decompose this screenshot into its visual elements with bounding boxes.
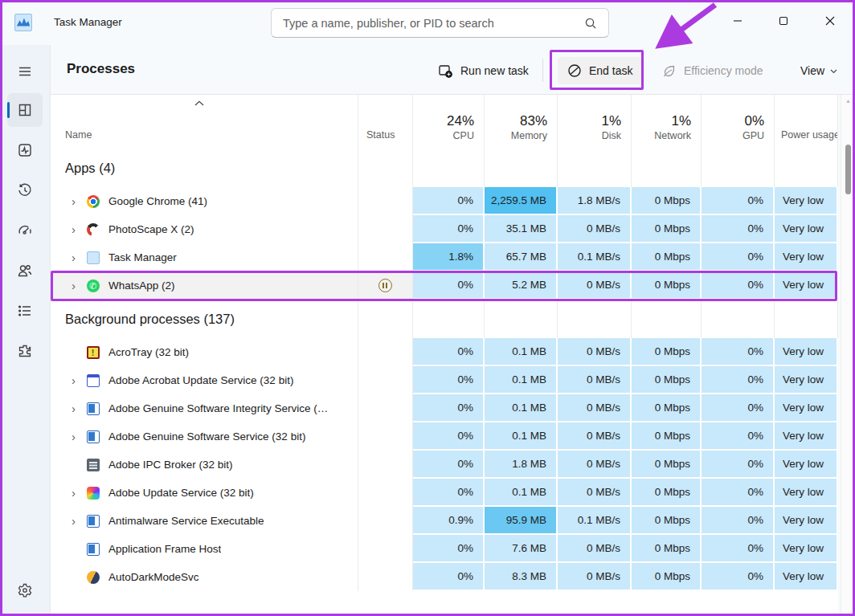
column-header-status[interactable]: Status bbox=[358, 95, 413, 149]
memory-cell: 65.7 MB bbox=[485, 243, 558, 271]
sidebar-item-services[interactable] bbox=[7, 334, 43, 368]
memory-cell: 95.9 MB bbox=[485, 507, 558, 535]
minimize-button[interactable] bbox=[719, 5, 756, 37]
hamburger-icon bbox=[17, 63, 33, 80]
network-cell: 0 Mbps bbox=[632, 271, 702, 300]
maximize-icon bbox=[779, 16, 788, 26]
table-header-row: NameStatus24%CPU83%Memory1%Disk1%Network… bbox=[51, 95, 838, 149]
column-header-memory[interactable]: 83%Memory bbox=[485, 95, 558, 149]
sidebar-item-users[interactable] bbox=[7, 254, 43, 288]
total-memory: 83% bbox=[520, 113, 547, 129]
view-dropdown[interactable]: View bbox=[791, 57, 848, 84]
process-name: Adobe Update Service (32 bit) bbox=[108, 487, 254, 499]
process-row[interactable]: Adobe IPC Broker (32 bit)0%1.8 MB0 MB/s0… bbox=[51, 451, 838, 479]
end-task-button[interactable]: End task bbox=[558, 57, 642, 84]
column-header-gpu[interactable]: 0%GPU bbox=[702, 95, 775, 149]
cpu-cell: 0% bbox=[413, 479, 485, 507]
sidebar-item-settings[interactable] bbox=[7, 573, 43, 607]
expand-chevron-icon[interactable]: › bbox=[72, 402, 86, 414]
process-name: PhotoScape X (2) bbox=[108, 223, 194, 235]
sidebar-item-details[interactable] bbox=[7, 294, 43, 328]
memory-cell: 0.1 MB bbox=[485, 479, 558, 507]
column-header-network[interactable]: 1%Network bbox=[632, 95, 702, 149]
expand-chevron-icon[interactable]: › bbox=[72, 195, 86, 207]
gpu-cell: 0% bbox=[702, 451, 775, 479]
window-title: Task Manager bbox=[54, 16, 122, 28]
startup-apps-icon bbox=[17, 222, 33, 239]
close-icon bbox=[825, 16, 835, 26]
expand-chevron-icon[interactable]: › bbox=[72, 487, 86, 499]
power-cell: Very low bbox=[775, 243, 838, 271]
run-new-task-button[interactable]: Run new task bbox=[428, 57, 538, 84]
process-row[interactable]: ›Adobe Genuine Software Integrity Servic… bbox=[51, 394, 838, 422]
process-name: Adobe IPC Broker (32 bit) bbox=[108, 459, 233, 471]
process-row[interactable]: ›WhatsApp (2)0%5.2 MB0 MB/s0 Mbps0%Very … bbox=[51, 271, 838, 300]
status-cell bbox=[358, 507, 413, 535]
expand-chevron-icon[interactable]: › bbox=[72, 374, 86, 386]
efficiency-mode-button[interactable]: Efficiency mode bbox=[652, 57, 773, 84]
search-box[interactable] bbox=[271, 8, 609, 38]
column-header-power[interactable]: Power usage bbox=[775, 95, 838, 149]
hamburger-menu-button[interactable] bbox=[7, 55, 43, 88]
process-icon-taskmgr bbox=[86, 251, 100, 264]
process-icon-whatsapp bbox=[86, 279, 100, 292]
process-row[interactable]: ›Adobe Acrobat Update Service (32 bit)0%… bbox=[51, 366, 838, 394]
process-row[interactable]: ›Antimalware Service Executable0.9%95.9 … bbox=[51, 507, 838, 535]
cpu-cell: 0% bbox=[413, 535, 485, 563]
status-cell bbox=[358, 187, 413, 215]
disk-cell: 0 MB/s bbox=[558, 535, 632, 563]
process-table: NameStatus24%CPU83%Memory1%Disk1%Network… bbox=[51, 95, 838, 616]
memory-cell: 7.6 MB bbox=[485, 535, 558, 563]
process-row[interactable]: Application Frame Host0%7.6 MB0 MB/s0 Mb… bbox=[51, 535, 838, 563]
toolbar: Processes Run new task End task Efficien… bbox=[51, 45, 855, 95]
efficiency-mode-label: Efficiency mode bbox=[684, 64, 763, 77]
expand-chevron-icon[interactable]: › bbox=[72, 279, 86, 292]
expand-chevron-icon[interactable]: › bbox=[72, 430, 86, 443]
sidebar-item-performance[interactable] bbox=[7, 133, 43, 167]
process-row[interactable]: ›Adobe Update Service (32 bit)0%0.1 MB0 … bbox=[51, 479, 838, 507]
disk-cell: 0.1 MB/s bbox=[558, 507, 632, 535]
memory-cell: 5.2 MB bbox=[485, 271, 558, 300]
process-name: Application Frame Host bbox=[108, 543, 221, 555]
total-disk: 1% bbox=[601, 113, 621, 129]
process-row[interactable]: AcroTray (32 bit)0%0.1 MB0 MB/s0 Mbps0%V… bbox=[51, 338, 838, 366]
processes-icon bbox=[17, 102, 33, 118]
process-row[interactable]: ›Task Manager1.8%65.7 MB0.1 MB/s0 Mbps0%… bbox=[51, 243, 838, 271]
process-row[interactable]: AutoDarkModeSvc0%8.3 MB0 MB/s0 Mbps0%Ver… bbox=[51, 563, 838, 591]
main-panel: Processes Run new task End task Efficien… bbox=[50, 45, 855, 616]
total-cpu: 24% bbox=[447, 113, 474, 129]
process-icon-acrotray bbox=[86, 345, 100, 359]
sidebar-item-startup-apps[interactable] bbox=[7, 214, 43, 247]
process-table-body: Apps (4)›Google Chrome (41)0%2,259.5 MB1… bbox=[51, 149, 838, 591]
status-cell bbox=[358, 563, 413, 591]
column-header-name[interactable]: Name bbox=[51, 95, 358, 149]
section-title: Background processes (137) bbox=[51, 300, 358, 338]
power-cell: Very low bbox=[775, 366, 838, 394]
expand-chevron-icon[interactable]: › bbox=[72, 223, 86, 235]
page-title: Processes bbox=[67, 61, 135, 77]
cpu-cell: 0% bbox=[413, 451, 485, 479]
sidebar-item-app-history[interactable] bbox=[7, 173, 43, 207]
process-row[interactable]: ›Google Chrome (41)0%2,259.5 MB1.8 MB/s0… bbox=[51, 187, 838, 215]
expand-chevron-icon[interactable]: › bbox=[72, 515, 86, 527]
process-name: Google Chrome (41) bbox=[108, 195, 207, 207]
expand-chevron-icon[interactable]: › bbox=[72, 251, 86, 263]
column-header-cpu[interactable]: 24%CPU bbox=[413, 95, 485, 149]
sidebar-item-processes[interactable] bbox=[7, 93, 43, 127]
gpu-cell: 0% bbox=[702, 271, 775, 300]
power-cell: Very low bbox=[775, 451, 838, 479]
process-row[interactable]: ›Adobe Genuine Software Service (32 bit)… bbox=[51, 422, 838, 451]
close-button[interactable] bbox=[812, 5, 849, 37]
search-icon bbox=[584, 17, 597, 30]
search-input[interactable] bbox=[283, 17, 584, 30]
column-header-disk[interactable]: 1%Disk bbox=[558, 95, 632, 149]
sort-ascending-icon bbox=[194, 100, 205, 107]
process-row[interactable]: ›PhotoScape X (2)0%35.1 MB0 MB/s0 Mbps0%… bbox=[51, 215, 838, 243]
process-icon-photoscape bbox=[86, 222, 100, 236]
vertical-scrollbar[interactable]: ▲ bbox=[841, 95, 855, 616]
power-cell: Very low bbox=[775, 535, 838, 563]
maximize-button[interactable] bbox=[765, 5, 802, 37]
process-name: AutoDarkModeSvc bbox=[108, 571, 199, 583]
vertical-scrollbar-thumb[interactable] bbox=[845, 145, 851, 194]
gpu-cell: 0% bbox=[702, 394, 775, 422]
